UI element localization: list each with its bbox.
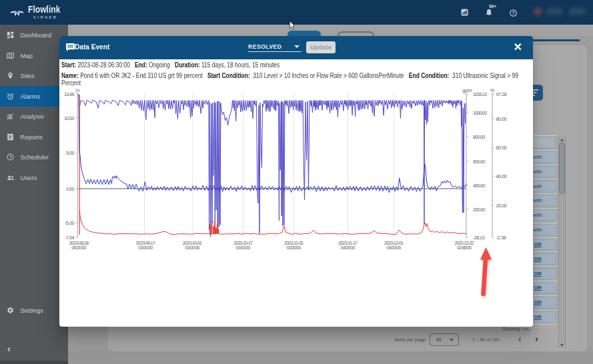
svg-text:gpm: gpm bbox=[462, 87, 472, 93]
svg-text:03:00:00: 03:00:00 bbox=[185, 245, 199, 251]
svg-text:1153.13: 1153.13 bbox=[473, 91, 487, 97]
svg-text:80.00: 80.00 bbox=[496, 116, 506, 122]
svg-text:03:00:00: 03:00:00 bbox=[138, 245, 153, 251]
svg-text:97.28: 97.28 bbox=[496, 91, 506, 97]
svg-text:800.00: 800.00 bbox=[473, 134, 485, 140]
svg-text:04:30:00: 04:30:00 bbox=[71, 245, 86, 251]
svg-text:13.45: 13.45 bbox=[63, 91, 74, 97]
svg-text:02:45:00: 02:45:00 bbox=[457, 245, 472, 251]
svg-text:?: ? bbox=[512, 10, 514, 16]
svg-text:-28.13: -28.13 bbox=[473, 235, 485, 241]
svg-text:600.00: 600.00 bbox=[473, 159, 485, 165]
svg-text:0.00: 0.00 bbox=[66, 186, 74, 192]
svg-text:20.00: 20.00 bbox=[496, 203, 506, 209]
svg-text:200.00: 200.00 bbox=[473, 207, 485, 213]
svg-text:03:00:00: 03:00:00 bbox=[235, 245, 250, 251]
svg-text:in: in bbox=[75, 87, 79, 93]
svg-text:04:00:00: 04:00:00 bbox=[386, 245, 401, 251]
svg-text:-5.00: -5.00 bbox=[64, 220, 74, 226]
svg-text:03:00:00: 03:00:00 bbox=[286, 245, 301, 251]
svg-text:-2.38: -2.38 bbox=[496, 235, 506, 241]
svg-text:04:00:00: 04:00:00 bbox=[340, 245, 355, 251]
svg-text:40.00: 40.00 bbox=[496, 173, 506, 179]
svg-text:10.00: 10.00 bbox=[63, 115, 74, 121]
svg-text:60.00: 60.00 bbox=[496, 145, 506, 151]
svg-text:400.00: 400.00 bbox=[473, 183, 485, 189]
svg-text:1000.00: 1000.00 bbox=[473, 110, 487, 116]
svg-text:5.00: 5.00 bbox=[66, 150, 74, 156]
svg-text:%: % bbox=[490, 87, 494, 93]
